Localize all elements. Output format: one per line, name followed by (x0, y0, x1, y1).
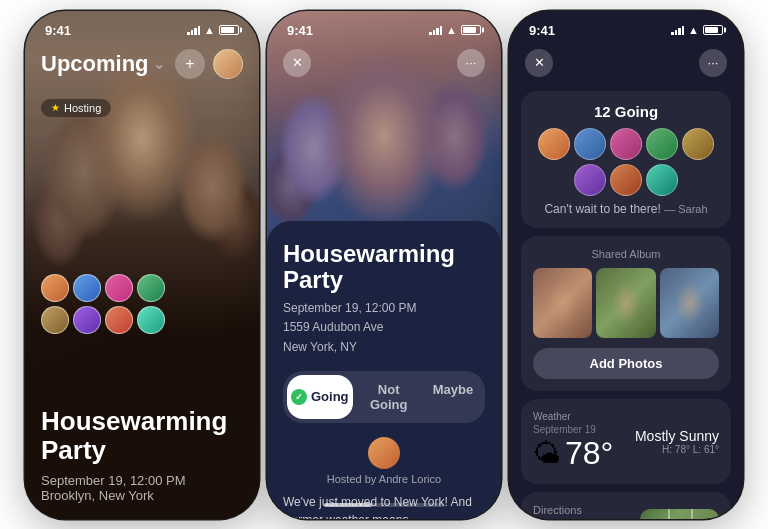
battery-fill (221, 27, 234, 33)
description-text: We've just moved to New York! And warmer… (283, 495, 472, 519)
going-avatar-2 (574, 128, 606, 160)
going-avatar-6 (574, 164, 606, 196)
album-photos (533, 268, 719, 338)
weather-date: September 19 (533, 424, 613, 435)
phones-container: 9:41 ▲ Upcoming ⌄ + (0, 0, 768, 529)
map-road-v2 (691, 509, 693, 519)
avatar-3 (105, 274, 133, 302)
comment-author: — Sarah (664, 203, 707, 215)
weather-high-low: H: 78° L: 61° (635, 444, 719, 455)
weather-icon: 🌤 (533, 437, 561, 470)
phone-3: 9:41 ▲ ✕ ··· 12 Going (509, 11, 743, 519)
scroll-indicator (324, 503, 444, 507)
phone-1: 9:41 ▲ Upcoming ⌄ + (25, 11, 259, 519)
weather-label: Weather (533, 411, 613, 422)
directions-info: Directions 1559 Audubon Ave New York, NY (533, 504, 640, 519)
status-icons-2: ▲ (429, 24, 481, 36)
phone2-status-bar: 9:41 ▲ (287, 23, 481, 38)
add-button[interactable]: + (175, 49, 205, 79)
photo-overlay-3 (660, 268, 719, 338)
going-avatar-7 (610, 164, 642, 196)
map-thumbnail[interactable] (640, 509, 719, 519)
signal-bar-1 (187, 32, 190, 35)
signal-bar-3 (194, 28, 197, 35)
weather-temp-display: 🌤 78° (533, 435, 613, 472)
phone-2: 9:41 ▲ ✕ ··· Housewarming Party Septembe… (267, 11, 501, 519)
upcoming-title: Upcoming ⌄ (41, 51, 165, 77)
battery-icon-3 (703, 25, 723, 35)
album-photo-3 (660, 268, 719, 338)
going-avatar-3 (610, 128, 642, 160)
hosted-by-label: Hosted by Andre Lorico (327, 473, 441, 485)
event-title-2: Housewarming Party (283, 241, 485, 294)
profile-avatar[interactable] (213, 49, 243, 79)
phone1-event-info: Housewarming Party September 19, 12:00 P… (25, 391, 259, 518)
status-time: 9:41 (45, 23, 71, 38)
photo-overlay-2 (596, 268, 655, 338)
weather-left: Weather September 19 🌤 78° (533, 411, 613, 472)
comment-body: Can't wait to be there! (544, 202, 660, 216)
avatar-5 (41, 306, 69, 334)
event-location-text: Brooklyn, New York (41, 488, 154, 503)
add-photos-button[interactable]: Add Photos (533, 348, 719, 379)
directions-label: Directions (533, 504, 640, 516)
wifi-icon-3: ▲ (688, 24, 699, 36)
upcoming-label: Upcoming (41, 51, 149, 77)
going-avatar-1 (538, 128, 570, 160)
signal-icon-3 (671, 25, 684, 35)
phone3-status-bar: 9:41 ▲ (529, 23, 723, 38)
comment-text: Can't wait to be there! — Sarah (533, 202, 719, 216)
phone2-event-card: Housewarming Party September 19, 12:00 P… (267, 221, 501, 519)
status-time-2: 9:41 (287, 23, 313, 38)
avatar-4 (137, 274, 165, 302)
battery-icon-2 (461, 25, 481, 35)
more-button[interactable]: ··· (457, 49, 485, 77)
weather-section: Weather September 19 🌤 78° Mostly Sunny … (521, 399, 731, 484)
weather-condition: Mostly Sunny (635, 428, 719, 444)
star-icon: ★ (51, 102, 60, 113)
scroll-indicator-fill (324, 503, 372, 507)
avatar-7 (105, 306, 133, 334)
signal-bar-2 (191, 30, 194, 35)
map-road-v1 (668, 509, 670, 519)
event-address-line1: 1559 Audubon Ave (283, 320, 384, 334)
phone1-header: Upcoming ⌄ + (41, 49, 243, 79)
going-count-text: 12 Going (533, 103, 719, 120)
rsvp-maybe-button[interactable]: Maybe (425, 375, 481, 419)
album-section: Shared Album Add Photos (521, 236, 731, 391)
close-button-3[interactable]: ✕ (525, 49, 553, 77)
event-date-text: September 19, 12:00 PM (41, 473, 186, 488)
phone1-status-bar: 9:41 ▲ (45, 23, 239, 38)
directions-section: Directions 1559 Audubon Ave New York, NY (521, 492, 731, 519)
album-photo-1 (533, 268, 592, 338)
weather-right: Mostly Sunny H: 78° L: 61° (635, 428, 719, 455)
event-title: Housewarming Party (41, 407, 243, 464)
going-avatar-8 (646, 164, 678, 196)
signal-icon-2 (429, 25, 442, 35)
avatar-row-1 (41, 274, 165, 302)
hosted-by-section: Hosted by Andre Lorico (283, 437, 485, 485)
rsvp-going-button[interactable]: ✓ Going (287, 375, 353, 419)
going-label: Going (311, 389, 349, 404)
phone1-attendee-avatars (41, 274, 165, 334)
signal-bar-4 (198, 26, 201, 35)
going-avatars (533, 128, 719, 196)
rsvp-buttons: ✓ Going Not Going Maybe (283, 371, 485, 423)
hosted-by-text: Hosted by Andre Lorico (283, 473, 485, 485)
photo-overlay-1 (533, 268, 592, 338)
status-time-3: 9:41 (529, 23, 555, 38)
status-icons: ▲ (187, 24, 239, 36)
rsvp-not-going-button[interactable]: Not Going (361, 375, 417, 419)
phone3-content: 12 Going Can't wait to be there! — Sarah (509, 91, 743, 519)
chevron-down-icon: ⌄ (153, 56, 165, 72)
more-button-3[interactable]: ··· (699, 49, 727, 77)
battery-icon (219, 25, 239, 35)
event-date-2: September 19, 12:00 PM 1559 Audubon Ave … (283, 299, 485, 357)
event-date: September 19, 12:00 PM Brooklyn, New Yor… (41, 473, 243, 503)
going-section: 12 Going Can't wait to be there! — Sarah (521, 91, 731, 228)
going-avatar-5 (682, 128, 714, 160)
wifi-icon: ▲ (204, 24, 215, 36)
avatar-1 (41, 274, 69, 302)
close-button[interactable]: ✕ (283, 49, 311, 77)
avatar-2 (73, 274, 101, 302)
